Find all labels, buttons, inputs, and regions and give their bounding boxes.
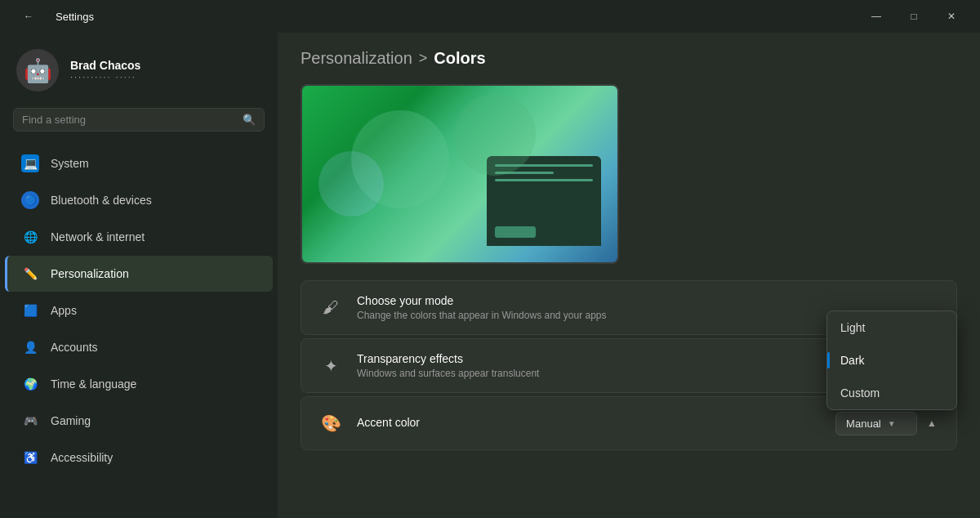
light-option-label: Light [840, 321, 865, 334]
accessibility-icon: ♿ [21, 449, 39, 467]
sidebar-item-apps[interactable]: 🟦 Apps [5, 292, 273, 328]
accent-color-value: Manual [846, 418, 881, 430]
breadcrumb-current: Colors [434, 49, 485, 68]
mode-dropdown-popup: Light Dark Custom [826, 310, 957, 410]
sidebar-item-bluetooth[interactable]: 🔵 Bluetooth & devices [5, 182, 273, 218]
dark-option-label: Dark [840, 354, 865, 367]
user-name: Brad Chacos [70, 59, 140, 72]
sidebar-item-label: Accessibility [51, 451, 113, 464]
sidebar-item-network[interactable]: 🌐 Network & internet [5, 219, 273, 255]
custom-option-label: Custom [840, 386, 880, 400]
sidebar-item-label: Time & language [51, 377, 136, 391]
gaming-icon: 🎮 [21, 412, 39, 430]
accent-color-expand-button[interactable]: ▲ [924, 414, 940, 432]
sidebar-item-gaming[interactable]: 🎮 Gaming [5, 403, 273, 439]
sidebar-item-label: Network & internet [51, 230, 145, 243]
search-box: 🔍 [13, 108, 265, 132]
search-icon: 🔍 [243, 114, 256, 126]
minimize-button[interactable]: — [858, 3, 895, 29]
preview-button [495, 226, 536, 238]
sidebar: 🤖 Brad Chacos ·········· ····· 🔍 💻 Syste… [0, 33, 278, 518]
sidebar-item-label: Bluetooth & devices [51, 194, 152, 207]
dropdown-option-light[interactable]: Light [827, 311, 956, 344]
choose-mode-icon: 🖌 [318, 295, 344, 321]
breadcrumb-parent[interactable]: Personalization [301, 49, 412, 68]
accent-color-title: Accent color [357, 416, 822, 429]
window-controls: — □ ✕ [858, 3, 970, 29]
user-profile[interactable]: 🤖 Brad Chacos ·········· ····· [0, 39, 278, 108]
sidebar-item-label: System [51, 157, 89, 170]
maximize-button[interactable]: □ [895, 3, 933, 29]
personalization-icon: ✏️ [21, 265, 39, 283]
app-title: Settings [56, 11, 94, 23]
chevron-down-icon: ▼ [888, 419, 896, 428]
nav-items: 💻 System 🔵 Bluetooth & devices 🌐 Network… [0, 145, 278, 518]
sidebar-item-personalization[interactable]: ✏️ Personalization [5, 256, 273, 292]
user-info: Brad Chacos ·········· ····· [70, 59, 140, 82]
selected-indicator [827, 352, 830, 368]
transparency-text: Transparency effects Windows and surface… [357, 352, 871, 379]
search-container: 🔍 [0, 108, 278, 145]
sidebar-item-label: Accounts [51, 341, 98, 354]
sidebar-item-accessibility[interactable]: ♿ Accessibility [5, 440, 273, 476]
bluetooth-icon: 🔵 [21, 191, 39, 209]
accent-color-icon: 🎨 [318, 410, 344, 436]
wallpaper-preview [301, 84, 619, 264]
dropdown-option-dark[interactable]: Dark [827, 344, 956, 377]
breadcrumb: Personalization > Colors [301, 49, 957, 68]
accounts-icon: 👤 [21, 338, 39, 356]
accent-color-dropdown[interactable]: Manual ▼ [835, 412, 917, 435]
dropdown-option-custom[interactable]: Custom [827, 377, 956, 409]
close-button[interactable]: ✕ [933, 3, 970, 29]
time-icon: 🌍 [21, 375, 39, 393]
apps-icon: 🟦 [21, 301, 39, 319]
titlebar: ← Settings — □ ✕ [0, 0, 980, 33]
accent-color-text: Accent color [357, 416, 822, 431]
user-email: ·········· ····· [70, 72, 140, 82]
back-button[interactable]: ← [10, 3, 47, 29]
search-input[interactable] [22, 114, 236, 126]
breadcrumb-separator: > [419, 50, 428, 67]
sidebar-item-time[interactable]: 🌍 Time & language [5, 366, 273, 402]
network-icon: 🌐 [21, 228, 39, 246]
sidebar-item-label: Apps [51, 304, 77, 317]
sidebar-item-label: Personalization [51, 267, 129, 280]
transparency-title: Transparency effects [357, 352, 871, 365]
sidebar-item-system[interactable]: 💻 System [5, 145, 273, 181]
avatar: 🤖 [16, 49, 59, 92]
system-icon: 💻 [21, 154, 39, 172]
accent-color-control: Manual ▼ ▲ [835, 412, 940, 435]
preview-wallpaper-bg [302, 86, 617, 262]
sidebar-item-label: Gaming [51, 414, 91, 427]
content-area: Personalization > Colors 🖌 [278, 33, 980, 518]
choose-mode-title: Choose your mode [357, 294, 940, 307]
transparency-desc: Windows and surfaces appear translucent [357, 368, 871, 379]
transparency-icon: ✦ [318, 353, 344, 379]
sidebar-item-accounts[interactable]: 👤 Accounts [5, 329, 273, 365]
preview-line [495, 179, 593, 181]
